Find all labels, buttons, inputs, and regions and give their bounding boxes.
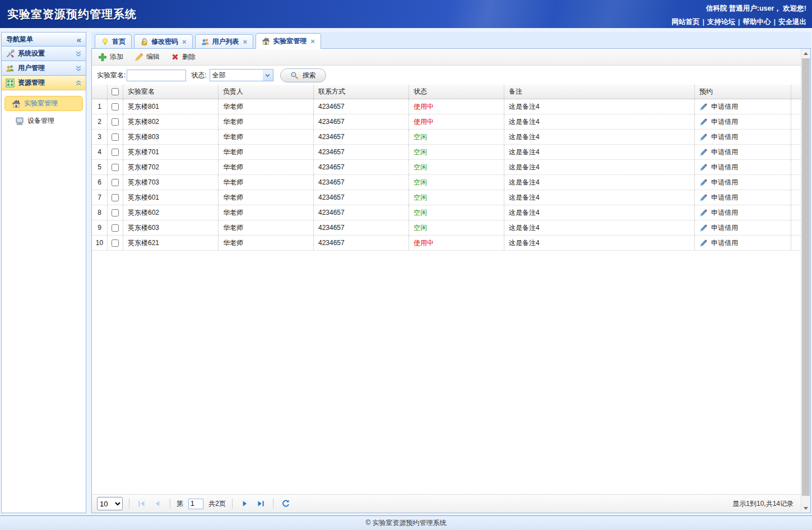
- filler-cell: [791, 160, 801, 174]
- chevron-down-icon[interactable]: [263, 70, 273, 81]
- grid-empty-area: [92, 251, 801, 494]
- apply-borrow-link[interactable]: 申请借用: [699, 160, 791, 174]
- column-status[interactable]: 状态: [409, 85, 504, 99]
- sidebar-item-device-management[interactable]: 设备管理: [2, 114, 86, 128]
- row-checkbox[interactable]: [112, 103, 119, 110]
- link-forum[interactable]: 支持论坛: [707, 18, 735, 26]
- row-checkbox[interactable]: [112, 118, 119, 126]
- column-manager[interactable]: 负责人: [219, 85, 314, 99]
- close-icon[interactable]: ×: [182, 38, 187, 46]
- link-logout[interactable]: 安全退出: [778, 18, 806, 26]
- row-checkbox-cell: [108, 145, 123, 159]
- column-note[interactable]: 备注: [504, 85, 695, 99]
- lab-name-cell: 英东楼801: [123, 99, 219, 114]
- note-cell: 这是备注4: [504, 220, 695, 235]
- apply-borrow-link[interactable]: 申请借用: [699, 190, 791, 205]
- edit-button[interactable]: 编辑: [134, 52, 160, 62]
- table-row[interactable]: 6 英东楼703 华老师 4234657 空闲 这是备注4 申请借用: [92, 175, 801, 190]
- table-row[interactable]: 5 英东楼702 华老师 4234657 空闲 这是备注4 申请借用: [92, 160, 801, 175]
- select-all-checkbox[interactable]: [112, 88, 119, 95]
- accordion-panel-system-settings[interactable]: 系统设置: [2, 47, 86, 61]
- close-icon[interactable]: ×: [310, 37, 315, 45]
- apply-borrow-link[interactable]: 申请借用: [699, 145, 791, 159]
- row-checkbox[interactable]: [112, 209, 119, 216]
- row-checkbox-cell: [108, 205, 123, 220]
- tab-lab-management[interactable]: 实验室管理 ×: [256, 33, 321, 49]
- first-page-button[interactable]: [136, 497, 148, 510]
- search-button[interactable]: 搜索: [280, 68, 326, 82]
- row-checkbox[interactable]: [112, 194, 119, 201]
- apply-borrow-link[interactable]: 申请借用: [699, 130, 791, 144]
- manager-cell: 华老师: [219, 160, 314, 174]
- row-checkbox[interactable]: [112, 224, 119, 232]
- page-size-select[interactable]: 10: [97, 497, 123, 510]
- apply-borrow-link[interactable]: 申请借用: [699, 205, 791, 220]
- scrollbar-thumb[interactable]: [802, 58, 810, 496]
- link-site-home[interactable]: 网站首页: [672, 18, 700, 26]
- table-row[interactable]: 3 英东楼803 华老师 4234657 空闲 这是备注4 申请借用: [92, 130, 801, 145]
- blue-pencil-icon: [699, 239, 708, 247]
- row-checkbox[interactable]: [112, 164, 119, 171]
- tab-label: 用户列表: [212, 37, 239, 47]
- apply-borrow-link[interactable]: 申请借用: [699, 99, 791, 114]
- link-help-center[interactable]: 帮助中心: [743, 18, 771, 26]
- page-number-input[interactable]: [188, 499, 203, 509]
- page-suffix-label: 共2页: [208, 499, 226, 509]
- close-icon[interactable]: ×: [243, 38, 248, 46]
- tab-user-list[interactable]: 用户列表 ×: [195, 34, 254, 48]
- sidebar-collapse-icon[interactable]: «: [77, 35, 81, 44]
- status-combobox[interactable]: 全部: [210, 69, 273, 81]
- row-checkbox[interactable]: [112, 179, 119, 186]
- note-cell: 这是备注4: [504, 236, 695, 250]
- table-row[interactable]: 8 英东楼602 华老师 4234657 空闲 这是备注4 申请借用: [92, 205, 801, 220]
- next-page-button[interactable]: [239, 497, 251, 510]
- column-lab-name[interactable]: 实验室名: [123, 85, 219, 99]
- sidebar-header: 导航菜单 «: [2, 33, 86, 47]
- blue-pencil-icon: [699, 133, 708, 141]
- apply-borrow-link[interactable]: 申请借用: [699, 175, 791, 190]
- prev-page-button[interactable]: [151, 497, 164, 510]
- row-checkbox[interactable]: [112, 149, 119, 156]
- sidebar-item-label: 设备管理: [27, 116, 54, 126]
- lab-name-input[interactable]: [127, 70, 186, 81]
- scroll-up-button[interactable]: [801, 49, 810, 58]
- apply-borrow-label: 申请借用: [711, 236, 738, 250]
- apply-borrow-link[interactable]: 申请借用: [699, 220, 791, 235]
- filler-cell: [791, 175, 801, 190]
- table-row[interactable]: 9 英东楼603 华老师 4234657 空闲 这是备注4 申请借用: [92, 220, 801, 236]
- apply-borrow-link[interactable]: 申请借用: [699, 236, 791, 250]
- pager-divider: [170, 499, 170, 509]
- vertical-scrollbar[interactable]: [801, 49, 810, 513]
- accordion-panel-user-management[interactable]: 用户管理: [2, 61, 86, 76]
- contact-cell: 4234657: [314, 114, 409, 129]
- search-bar: 实验室名: 状态: 全部 搜索: [92, 66, 801, 85]
- apply-borrow-link[interactable]: 申请借用: [699, 114, 791, 129]
- column-contact[interactable]: 联系方式: [314, 85, 409, 99]
- row-number-cell: 9: [92, 220, 108, 235]
- row-checkbox[interactable]: [112, 133, 119, 141]
- add-button[interactable]: 添加: [98, 52, 123, 62]
- row-number-cell: 4: [92, 145, 108, 159]
- reserve-cell: 申请借用: [695, 175, 791, 190]
- tab-home[interactable]: 首页: [95, 34, 132, 48]
- table-row[interactable]: 4 英东楼701 华老师 4234657 空闲 这是备注4 申请借用: [92, 145, 801, 160]
- header-links: 网站首页|支持论坛|帮助中心|安全退出: [672, 17, 807, 27]
- column-reserve[interactable]: 预约: [695, 85, 791, 99]
- table-row[interactable]: 1 英东楼801 华老师 4234657 使用中 这是备注4 申请借用: [92, 99, 801, 114]
- users-icon: [6, 64, 15, 73]
- tab-change-password[interactable]: 修改密码 ×: [134, 34, 193, 48]
- table-row[interactable]: 10 英东楼621 华老师 4234657 使用中 这是备注4 申请借用: [92, 236, 801, 251]
- contact-cell: 4234657: [314, 175, 409, 190]
- row-checkbox[interactable]: [112, 239, 119, 247]
- refresh-button[interactable]: [280, 497, 292, 510]
- scroll-down-button[interactable]: [801, 504, 810, 513]
- row-checkbox-cell: [108, 220, 123, 235]
- apply-borrow-label: 申请借用: [711, 99, 738, 114]
- table-row[interactable]: 2 英东楼802 华老师 4234657 使用中 这是备注4 申请借用: [92, 114, 801, 130]
- accordion-panel-resource-management[interactable]: 资源管理: [2, 76, 86, 90]
- table-row[interactable]: 7 英东楼601 华老师 4234657 空闲 这是备注4 申请借用: [92, 190, 801, 205]
- delete-button[interactable]: 删除: [171, 52, 196, 62]
- apply-borrow-label: 申请借用: [711, 160, 738, 174]
- sidebar-item-lab-management[interactable]: 实验室管理: [4, 96, 83, 111]
- last-page-button[interactable]: [254, 497, 267, 510]
